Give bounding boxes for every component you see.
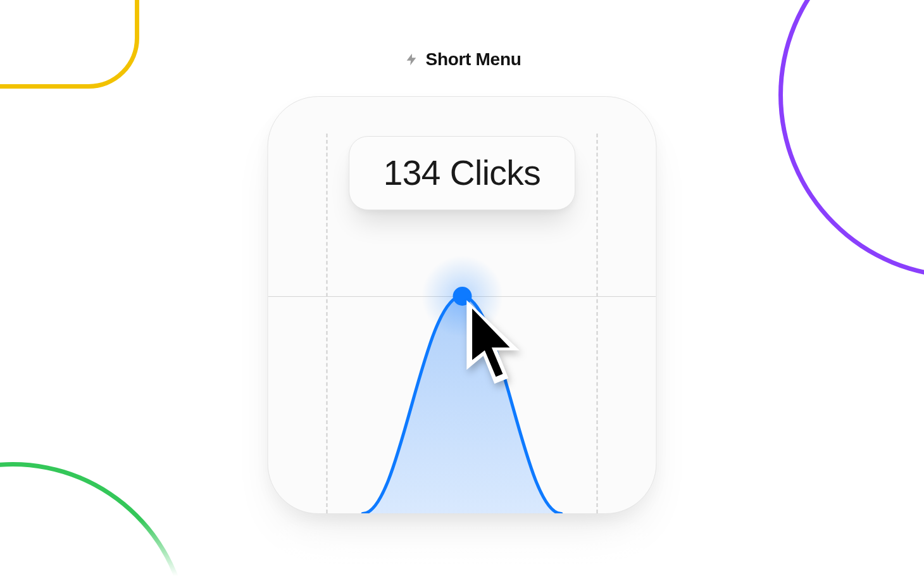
chart-point[interactable] <box>453 287 471 306</box>
lightning-icon <box>403 51 420 68</box>
brand-header: Short Menu <box>0 49 924 70</box>
bottom-fade <box>0 519 924 576</box>
decor-arc-yellow <box>0 0 139 89</box>
analytics-card: 134 Clicks <box>268 96 657 514</box>
decor-arc-green <box>0 462 190 576</box>
brand-name: Short Menu <box>426 49 521 70</box>
clicks-tooltip-label: 134 Clicks <box>384 153 541 192</box>
decor-arc-purple <box>778 0 924 279</box>
clicks-area-chart[interactable] <box>268 242 656 514</box>
clicks-tooltip: 134 Clicks <box>349 136 576 210</box>
